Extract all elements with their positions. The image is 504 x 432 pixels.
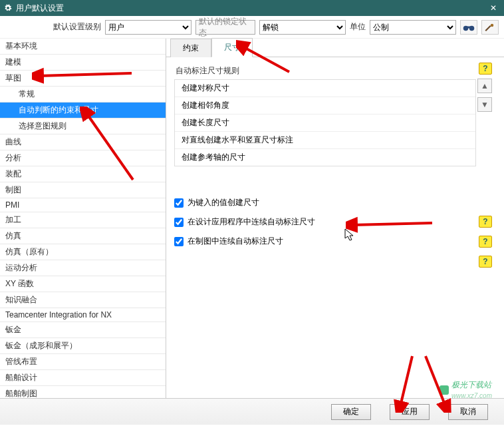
checkbox[interactable] [174,198,184,208]
check-row: 在制图中连续自动标注尺寸 [174,232,496,251]
sidebar-item[interactable]: 钣金 [0,322,166,338]
toolbar: 默认设置级别 用户 默认的锁定状态 解锁 单位 公制 [0,16,504,39]
sidebar-item[interactable]: 加工 [0,212,166,228]
svg-point-3 [491,23,494,27]
checkbox[interactable] [174,218,184,227]
tab[interactable]: 约束 [170,39,211,57]
sidebar-item[interactable]: 草图 [0,71,166,87]
window-title: 用户默认设置 [16,3,64,14]
tabs: 约束尺寸 [166,39,504,57]
watermark-url: www.xz7.com [451,392,492,399]
sidebar-item[interactable]: 选择意图规则 [0,118,166,134]
sidebar-item[interactable]: 装配 [0,166,166,182]
sidebar[interactable]: 基本环境建模草图常规自动判断的约束和尺寸选择意图规则曲线分析装配制图PMI加工仿… [0,39,166,398]
apply-button[interactable]: 应用 [390,404,430,420]
sidebar-item[interactable]: 自动判断的约束和尺寸 [0,103,166,118]
sidebar-item[interactable]: 知识融合 [0,292,166,308]
watermark: 极光下载站 www.xz7.com [440,379,492,400]
checkbox[interactable] [174,237,184,246]
rule-row[interactable]: 创建参考轴的尺寸 [175,149,475,166]
rule-row[interactable]: 创建相邻角度 [175,97,475,114]
unit-select[interactable]: 公制 [370,20,456,35]
help-icon[interactable]: ? [479,63,492,75]
sidebar-item[interactable]: PMI [0,198,166,212]
sidebar-item[interactable]: 仿真（原有） [0,244,166,260]
lock-select[interactable]: 解锁 [259,20,346,35]
sidebar-item[interactable]: 钣金（成形和展平） [0,338,166,354]
sidebar-item[interactable]: 曲线 [0,134,166,150]
gear-icon [4,4,12,12]
section-title: 自动标注尺寸规则 [174,63,496,79]
sidebar-item[interactable]: 基本环境 [0,39,166,55]
rule-row[interactable]: 创建长度尺寸 [175,114,475,132]
check-row: 在设计应用程序中连续自动标注尺寸 [174,212,496,232]
content-area: 约束尺寸 自动标注尺寸规则 创建对称尺寸创建相邻角度创建长度尺寸对直线创建水平和… [166,39,504,398]
tab[interactable]: 尺寸 [211,38,253,57]
unit-label: 单位 [350,21,366,33]
close-icon[interactable]: ✕ [487,3,500,13]
sidebar-item[interactable]: 仿真 [0,228,166,244]
move-up-button[interactable]: ▲ [477,79,492,93]
rules-list[interactable]: 创建对称尺寸创建相邻角度创建长度尺寸对直线创建水平和竖直尺寸标注创建参考轴的尺寸 [174,79,476,166]
main-area: 基本环境建模草图常规自动判断的约束和尺寸选择意图规则曲线分析装配制图PMI加工仿… [0,39,504,398]
reorder-buttons: ▲ ▼ [477,79,492,112]
sidebar-item[interactable]: 船舶制图 [0,386,166,398]
check-label: 为键入的值创建尺寸 [188,197,259,208]
check-row: 为键入的值创建尺寸 [174,193,496,212]
sidebar-item[interactable]: 常规 [0,87,166,103]
level-select[interactable]: 用户 [105,20,191,35]
help-icon[interactable]: ? [479,236,492,248]
rule-row[interactable]: 对直线创建水平和竖直尺寸标注 [175,132,475,149]
check-options: 为键入的值创建尺寸在设计应用程序中连续自动标注尺寸在制图中连续自动标注尺寸 [174,193,496,251]
sidebar-item[interactable]: Teamcenter Integration for NX [0,308,166,322]
ok-button[interactable]: 确定 [331,404,371,420]
content-pane: 自动标注尺寸规则 创建对称尺寸创建相邻角度创建长度尺寸对直线创建水平和竖直尺寸标… [166,57,504,398]
help-icon[interactable]: ? [479,256,492,268]
lockstate-label: 默认的锁定状态 [195,20,255,35]
binoculars-icon[interactable] [460,20,477,35]
rule-row[interactable]: 创建对称尺寸 [175,80,475,97]
sidebar-item[interactable]: XY 函数 [0,276,166,292]
check-label: 在设计应用程序中连续自动标注尺寸 [188,216,315,228]
check-label: 在制图中连续自动标注尺寸 [188,236,283,247]
footer: 确定 应用 取消 [0,398,504,425]
watermark-text: 极光下载站 [451,380,491,389]
tools-icon[interactable] [481,20,499,35]
svg-rect-2 [467,26,471,28]
help-icon[interactable]: ? [479,216,492,228]
level-label: 默认设置级别 [53,21,101,33]
sidebar-item[interactable]: 运动分析 [0,260,166,276]
watermark-logo-icon [440,385,449,395]
move-down-button[interactable]: ▼ [477,97,492,112]
sidebar-item[interactable]: 船舶设计 [0,370,166,386]
sidebar-item[interactable]: 建模 [0,55,166,71]
sidebar-item[interactable]: 制图 [0,182,166,198]
sidebar-item[interactable]: 分析 [0,150,166,166]
sidebar-item[interactable]: 管线布置 [0,354,166,370]
cancel-button[interactable]: 取消 [448,404,488,420]
titlebar: 用户默认设置 ✕ [0,0,504,16]
